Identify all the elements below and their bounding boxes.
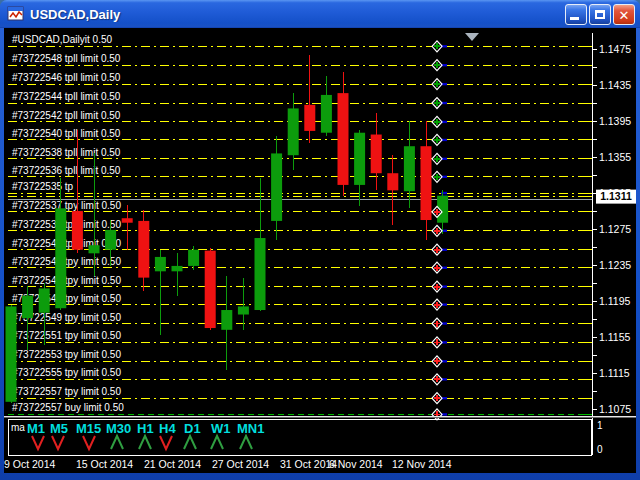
chart-window-icon — [7, 6, 25, 22]
candle-body — [304, 105, 315, 131]
price-label: 1.1075 — [599, 403, 631, 415]
window-title: USDCAD,Daily — [30, 7, 565, 22]
chart-client-area: #USDCAD,Dailyit 0.50#73722548 tpll limit… — [4, 28, 636, 473]
price-label: 1.1435 — [599, 79, 631, 91]
candle-body — [271, 153, 282, 221]
candle-body — [22, 296, 33, 319]
order-line-label: #73722540 tpll limit 0.50 — [12, 128, 121, 139]
order-line-label: #73722535 tp — [12, 181, 74, 192]
indicator-name-label: ma — [11, 422, 25, 433]
tf-label-m30: M30 — [106, 421, 131, 436]
candle-body — [371, 135, 382, 174]
signal-down-arrow-icon — [83, 436, 95, 449]
chart-canvas[interactable]: #USDCAD,Dailyit 0.50#73722548 tpll limit… — [4, 28, 636, 473]
close-icon: ✕ — [614, 6, 634, 25]
signal-up-arrow-icon — [211, 436, 223, 449]
current-price-label: 1.1311 — [600, 190, 632, 202]
order-end-dash — [441, 192, 447, 194]
order-line-label: #73722544 tpll limit 0.50 — [12, 91, 121, 102]
candle-body — [354, 133, 365, 185]
order-line-label: #73722557 buy limit 0.50 — [12, 402, 124, 413]
order-line-label: #73722557 tpy limit 0.50 — [12, 386, 121, 397]
order-line-label: #73722551 tpy limit 0.50 — [12, 330, 121, 341]
candle-body — [138, 221, 149, 278]
tf-label-m1: M1 — [27, 421, 45, 436]
date-label: 9 Oct 2014 — [4, 458, 56, 470]
order-line-label: #73722555 tpy limit 0.50 — [12, 367, 121, 378]
order-line-label: #73722543 tpy limit 0.50 — [12, 256, 121, 267]
tf-label-m5: M5 — [50, 421, 68, 436]
indicator-scale-bottom: 0 — [597, 444, 603, 455]
date-label: 15 Oct 2014 — [76, 458, 133, 470]
order-line-label: #73722542 tpll limit 0.50 — [12, 110, 121, 121]
restore-button[interactable] — [589, 4, 611, 25]
price-label: 1.1475 — [599, 43, 631, 55]
tf-label-h1: H1 — [137, 421, 154, 436]
titlebar[interactable]: USDCAD,Daily ✕ — [0, 0, 640, 28]
tf-label-mn1: MN1 — [237, 421, 264, 436]
minimize-icon — [570, 17, 579, 20]
order-line-label: #73722537 tpy limit 0.50 — [12, 200, 121, 211]
signal-up-arrow-icon — [240, 436, 252, 449]
candle-body — [321, 95, 332, 133]
candle-body — [221, 310, 232, 330]
order-line-label: #73722541 tpy limit 0.50 — [12, 238, 121, 249]
minimize-button[interactable] — [565, 4, 587, 25]
candle-body — [238, 306, 249, 314]
candle-body — [89, 245, 100, 253]
signal-up-arrow-icon — [139, 436, 151, 449]
order-line-label: #73722553 tpy limit 0.50 — [12, 349, 121, 360]
tf-label-d1: D1 — [184, 421, 201, 436]
signal-down-arrow-icon — [32, 436, 44, 449]
candle-body — [172, 266, 183, 271]
date-label: 6 Nov 2014 — [329, 458, 383, 470]
price-label: 1.1115 — [599, 367, 630, 379]
price-label: 1.1355 — [599, 151, 631, 163]
candle-body — [404, 146, 415, 191]
date-label: 27 Oct 2014 — [212, 458, 269, 470]
price-label: 1.1275 — [599, 223, 631, 235]
order-line-label: #73722546 tpll limit 0.50 — [12, 72, 121, 83]
candle-body — [39, 288, 50, 312]
candle-body — [105, 230, 116, 250]
restore-icon — [595, 10, 605, 19]
close-button[interactable]: ✕ — [613, 4, 635, 25]
price-label: 1.1235 — [599, 259, 631, 271]
window-controls: ✕ — [565, 4, 635, 25]
order-line-label: #73722545 tpy limit 0.50 — [12, 275, 121, 286]
signal-up-arrow-icon — [111, 436, 123, 449]
candle-body — [338, 93, 349, 185]
candle-body — [72, 211, 83, 250]
signal-down-arrow-icon — [160, 436, 172, 449]
tf-label-h4: H4 — [159, 421, 176, 436]
candle-body — [255, 238, 266, 310]
price-label: 1.1155 — [599, 331, 630, 343]
candle-body — [6, 306, 17, 401]
signal-down-arrow-icon — [52, 436, 64, 449]
mt4-chart-window: USDCAD,Daily ✕ #USDCAD,Dailyit 0.50#7372… — [0, 0, 640, 480]
candle-body — [288, 108, 299, 155]
signal-up-arrow-icon — [184, 436, 196, 449]
candle-body — [387, 173, 398, 190]
candle-body — [55, 208, 66, 308]
order-line-label: #73722539 tpy limit 0.50 — [12, 219, 121, 230]
tf-label-w1: W1 — [211, 421, 231, 436]
order-line-label: #USDCAD,Dailyit 0.50 — [12, 34, 112, 45]
price-label: 1.1195 — [599, 295, 630, 307]
order-line-label: #73722536 tpll limit 0.50 — [12, 165, 121, 176]
order-line-label: #73722538 tpll limit 0.50 — [12, 147, 121, 158]
candle-body — [421, 146, 432, 220]
tf-label-m15: M15 — [76, 421, 101, 436]
chart-shift-marker-icon — [465, 33, 479, 41]
candle-body — [155, 257, 166, 271]
candle-body — [122, 218, 133, 223]
date-label: 21 Oct 2014 — [144, 458, 201, 470]
candle-body — [188, 250, 199, 266]
price-label: 1.1395 — [599, 115, 631, 127]
date-label: 12 Nov 2014 — [392, 458, 452, 470]
order-line-label: #73722548 tpll limit 0.50 — [12, 53, 121, 64]
candle-body — [205, 251, 216, 328]
indicator-scale-top: 1 — [597, 420, 603, 431]
